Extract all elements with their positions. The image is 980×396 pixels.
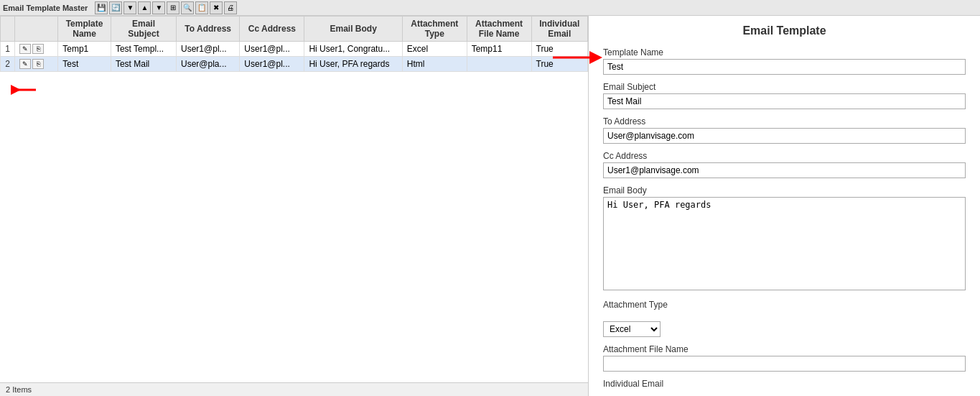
status-bar: 2 Items: [0, 382, 588, 396]
down-button[interactable]: ▼: [152, 1, 165, 14]
form-group-email-subject: Email Subject: [603, 82, 966, 109]
col-num: [1, 17, 15, 42]
label-email-body: Email Body: [603, 185, 966, 195]
refresh-button[interactable]: 🔄: [109, 1, 122, 14]
input-attachment-file[interactable]: [603, 356, 966, 372]
cell-attachment-file: Temp11: [467, 42, 531, 57]
grid-button[interactable]: ⊞: [167, 1, 179, 14]
delete-button[interactable]: ✖: [210, 1, 223, 14]
copy-button[interactable]: 📋: [195, 1, 208, 14]
cell-email-body: Hi User, PFA regards: [304, 57, 402, 72]
label-cc-address: Cc Address: [603, 151, 966, 161]
form-group-attachment-file: Attachment File Name: [603, 344, 966, 372]
col-cc-address[interactable]: Cc Address: [240, 17, 304, 42]
cell-to-address: User@pla...: [177, 57, 240, 72]
cell-attachment-file: [467, 57, 531, 72]
label-attachment-type: Attachment Type: [603, 300, 966, 310]
edit-icon[interactable]: ✎: [19, 59, 31, 69]
row-number: 2: [1, 57, 15, 72]
cell-attachment-type: Html: [402, 57, 467, 72]
up-button[interactable]: ▲: [138, 1, 151, 14]
cell-cc-address: User1@pl...: [240, 57, 304, 72]
cell-attachment-type: Excel: [402, 42, 467, 57]
data-table: TemplateName EmailSubject To Address Cc …: [0, 16, 588, 72]
left-panel: TemplateName EmailSubject To Address Cc …: [0, 16, 589, 396]
row-actions: ✎ ⎘: [15, 42, 58, 57]
row-number: 1: [1, 42, 15, 57]
copy-row-icon[interactable]: ⎘: [32, 44, 44, 54]
col-attachment-file[interactable]: AttachmentFile Name: [467, 17, 531, 42]
right-panel: Email Template Template Name Email Subje…: [589, 16, 980, 396]
copy-row-icon[interactable]: ⎘: [32, 59, 44, 69]
search-button[interactable]: 🔍: [181, 1, 194, 14]
item-count: 2 Items: [6, 385, 32, 394]
row-actions: ✎ ⎘: [15, 57, 58, 72]
edit-icon[interactable]: ✎: [19, 44, 31, 54]
input-email-subject[interactable]: [603, 93, 966, 109]
input-cc-address[interactable]: [603, 162, 966, 178]
input-template-name[interactable]: [603, 59, 966, 75]
form-group-cc-address: Cc Address: [603, 151, 966, 178]
form-group-template-name: Template Name: [603, 47, 966, 75]
cell-to-address: User1@pl...: [177, 42, 240, 57]
print-button[interactable]: 🖨: [224, 1, 237, 14]
col-email-body[interactable]: Email Body: [304, 17, 402, 42]
textarea-email-body[interactable]: [603, 197, 966, 290]
toolbar: Email Template Master 💾 🔄 ▼ ▲ ▼ ⊞ 🔍 📋 ✖ …: [0, 0, 980, 16]
form-group-to-address: To Address: [603, 116, 966, 144]
table-container[interactable]: TemplateName EmailSubject To Address Cc …: [0, 16, 588, 382]
form-group-attachment-type: Attachment Type Excel Html PDF: [603, 300, 966, 337]
col-individual-email[interactable]: IndividualEmail: [531, 17, 588, 42]
cell-individual-email: True: [531, 42, 588, 57]
col-to-address[interactable]: To Address: [177, 17, 240, 42]
cell-individual-email: True: [531, 57, 588, 72]
cell-template-name: Temp1: [58, 42, 111, 57]
label-email-subject: Email Subject: [603, 82, 966, 92]
col-email-subject[interactable]: EmailSubject: [111, 17, 176, 42]
col-icons: [15, 17, 58, 42]
table-row[interactable]: 1 ✎ ⎘ Temp1 Test Templ... User1@pl... Us…: [1, 42, 588, 57]
content-area: TemplateName EmailSubject To Address Cc …: [0, 16, 980, 396]
cell-template-name: Test: [58, 57, 111, 72]
cell-email-subject: Test Mail: [111, 57, 176, 72]
app-title: Email Template Master: [3, 4, 88, 12]
label-to-address: To Address: [603, 116, 966, 126]
filter-button[interactable]: ▼: [123, 1, 136, 14]
label-template-name: Template Name: [603, 47, 966, 57]
cell-email-subject: Test Templ...: [111, 42, 176, 57]
form-title: Email Template: [603, 24, 966, 37]
cell-email-body: Hi User1, Congratu...: [304, 42, 402, 57]
select-attachment-type[interactable]: Excel Html PDF: [603, 321, 661, 337]
table-row[interactable]: 2 ✎ ⎘ Test Test Mail User@pla... User1@p…: [1, 57, 588, 72]
cell-cc-address: User1@pl...: [240, 42, 304, 57]
label-individual-email: Individual Email: [603, 379, 966, 389]
col-attachment-type[interactable]: AttachmentType: [402, 17, 467, 42]
col-template-name[interactable]: TemplateName: [58, 17, 111, 42]
form-group-email-body: Email Body: [603, 185, 966, 293]
save-button[interactable]: 💾: [95, 1, 108, 14]
input-to-address[interactable]: [603, 128, 966, 144]
label-attachment-file: Attachment File Name: [603, 344, 966, 354]
form-group-individual-email: Individual Email True False: [603, 379, 966, 396]
